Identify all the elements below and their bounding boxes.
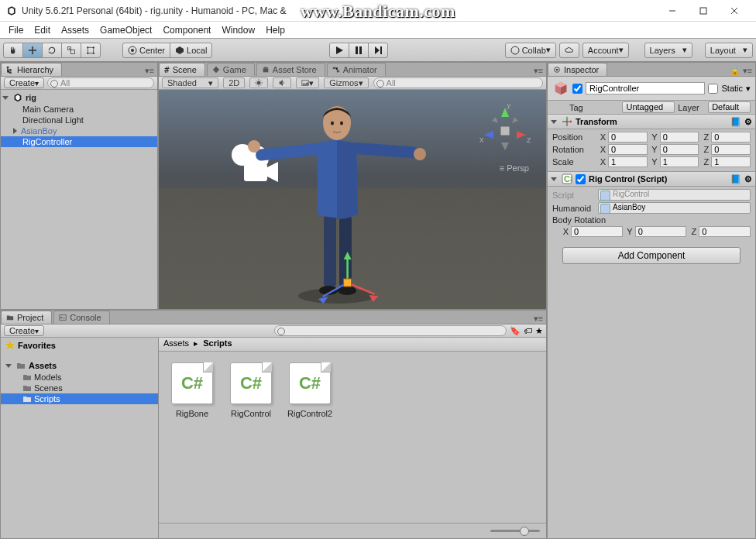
assets-header[interactable]: Assets [1, 359, 158, 372]
filter-by-type-icon[interactable]: 🏷 [524, 326, 532, 335]
foldout-icon[interactable] [13, 128, 17, 134]
hierarchy-item-selected[interactable]: RigController [1, 136, 157, 147]
foldout-icon[interactable] [551, 177, 557, 181]
collab-dropdown[interactable]: Collab ▾ [505, 43, 556, 58]
cloud-button[interactable] [559, 43, 579, 58]
gameobject-name-input[interactable] [586, 82, 705, 94]
pause-button[interactable] [349, 43, 369, 58]
orientation-gizmo[interactable]: y z x [478, 104, 532, 158]
step-button[interactable] [368, 43, 388, 58]
maximize-button[interactable] [688, 0, 719, 22]
hierarchy-item[interactable]: Directional Light [1, 115, 157, 125]
assetstore-tab[interactable]: Asset Store [256, 63, 325, 76]
hierarchy-item[interactable]: AsianBoy [1, 125, 157, 136]
hierarchy-item[interactable]: Main Camera [1, 104, 157, 115]
foldout-icon[interactable] [551, 120, 557, 124]
2d-toggle[interactable]: 2D [223, 77, 245, 88]
lighting-toggle[interactable] [249, 77, 268, 88]
position-y[interactable] [660, 132, 699, 142]
project-create-dropdown[interactable]: Create ▾ [4, 325, 44, 336]
scene-search-input[interactable]: All [373, 77, 543, 88]
scale-tool[interactable] [61, 43, 81, 58]
menu-gameobject[interactable]: GameObject [94, 23, 157, 37]
position-x[interactable] [608, 132, 648, 142]
audio-toggle[interactable] [273, 77, 291, 88]
panel-menu-icon[interactable]: ▾≡ [531, 66, 546, 76]
component-menu-icon[interactable]: ⚙ [744, 117, 752, 127]
scene-root[interactable]: rig [1, 91, 157, 104]
scale-x[interactable] [608, 156, 648, 167]
rect-tool[interactable] [81, 43, 101, 58]
rotation-y[interactable] [660, 144, 699, 155]
foldout-icon[interactable] [2, 96, 9, 100]
thumbnail-size-slider[interactable] [490, 530, 540, 532]
hierarchy-create-dropdown[interactable]: Create ▾ [4, 77, 44, 88]
gameobject-active-toggle[interactable] [572, 84, 582, 94]
hand-tool[interactable] [3, 43, 23, 58]
pivot-local-toggle[interactable]: Local [170, 43, 212, 58]
humanoid-field[interactable]: AsianBoy [598, 202, 751, 214]
position-z[interactable] [711, 132, 751, 142]
perspective-label[interactable]: ≡ Persp [500, 163, 529, 173]
account-dropdown[interactable]: Account ▾ [582, 43, 629, 58]
asset-item[interactable]: C#RigControl2 [287, 362, 332, 418]
bodyrot-z[interactable] [699, 226, 751, 237]
scale-z[interactable] [711, 156, 751, 167]
hierarchy-search-input[interactable]: All [47, 77, 154, 88]
menu-component[interactable]: Component [157, 23, 216, 37]
menu-assets[interactable]: Assets [56, 23, 94, 37]
panel-menu-icon[interactable]: 🔒 ▾≡ [727, 66, 755, 76]
save-search-icon[interactable]: ★ [535, 326, 543, 336]
static-toggle[interactable] [708, 84, 718, 94]
menu-help[interactable]: Help [260, 23, 290, 37]
play-button[interactable] [329, 43, 349, 58]
minimize-button[interactable] [657, 0, 688, 22]
console-tab[interactable]: Console [53, 311, 109, 324]
rotation-x[interactable] [608, 144, 648, 155]
project-folder[interactable]: Models [1, 372, 158, 383]
tag-dropdown[interactable]: Untagged [622, 101, 675, 113]
project-tab[interactable]: Project [1, 311, 52, 324]
foldout-icon[interactable] [5, 364, 12, 368]
layout-dropdown[interactable]: Layout ▾ [705, 43, 753, 58]
favorites-header[interactable]: Favorites [1, 339, 158, 352]
animator-tab[interactable]: Animator [327, 63, 386, 76]
project-folder[interactable]: Scenes [1, 383, 158, 393]
project-breadcrumb[interactable]: Assets ▸ Scripts [159, 338, 546, 352]
scene-tab[interactable]: #Scene [159, 63, 205, 76]
component-help-icon[interactable]: 📘 [730, 174, 741, 184]
script-field[interactable]: RigControl [598, 189, 751, 201]
shading-dropdown[interactable]: Shaded ▾ [162, 77, 218, 88]
scene-viewport[interactable]: y z x ≡ Persp [159, 90, 546, 309]
filter-by-label-icon[interactable]: 🔖 [510, 326, 521, 336]
gizmos-dropdown[interactable]: Gizmos ▾ [324, 77, 368, 88]
component-help-icon[interactable]: 📘 [730, 117, 741, 127]
asset-item[interactable]: C#RigBone [170, 362, 215, 418]
hierarchy-tab[interactable]: Hierarchy [1, 63, 62, 76]
pivot-center-toggle[interactable]: Center [122, 43, 170, 58]
move-tool[interactable] [22, 43, 43, 58]
component-menu-icon[interactable]: ⚙ [744, 174, 752, 184]
close-button[interactable] [719, 0, 750, 22]
asset-item[interactable]: C#RigControl [229, 362, 273, 418]
game-tab[interactable]: Game [207, 63, 255, 76]
rotate-tool[interactable] [42, 43, 62, 58]
layers-dropdown[interactable]: Layers ▾ [644, 43, 692, 58]
menu-edit[interactable]: Edit [29, 23, 56, 37]
menu-window[interactable]: Window [216, 23, 260, 37]
bodyrot-y[interactable] [635, 226, 687, 237]
inspector-tab[interactable]: Inspector [548, 63, 607, 76]
project-folder-selected[interactable]: Scripts [1, 393, 158, 404]
fx-toggle[interactable]: ▾ [296, 77, 319, 88]
add-component-button[interactable]: Add Component [562, 247, 741, 264]
bodyrot-x[interactable] [571, 226, 623, 237]
move-gizmo-icon[interactable] [317, 252, 379, 309]
menu-file[interactable]: File [3, 23, 29, 37]
layer-dropdown[interactable]: Default [708, 101, 751, 113]
panel-menu-icon[interactable]: ▾≡ [531, 314, 546, 324]
rotation-z[interactable] [711, 144, 751, 155]
panel-menu-icon[interactable]: ▾≡ [142, 66, 157, 76]
project-search-input[interactable] [274, 325, 507, 336]
scale-y[interactable] [660, 156, 699, 167]
script-enabled-toggle[interactable] [576, 174, 586, 184]
